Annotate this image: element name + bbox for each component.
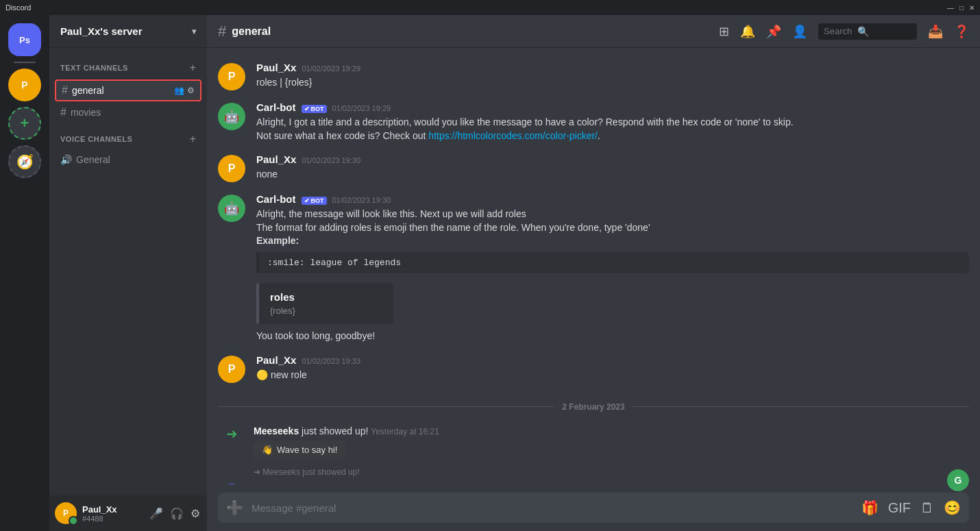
microphone-icon[interactable]: 🎤 xyxy=(148,506,164,521)
embed-desc: {roles} xyxy=(270,306,382,316)
server-header[interactable]: Paul_Xx's server ▾ xyxy=(49,15,207,48)
chat-header-right: ⊞ 🔔 📌 👤 Search 🔍 📥 ❓ xyxy=(719,23,969,40)
gift-icon[interactable]: 🎁 xyxy=(861,499,879,516)
settings-icon[interactable]: ⚙ xyxy=(187,86,195,95)
server-list: Ps P + 🧭 xyxy=(0,15,49,531)
avatar: P xyxy=(218,155,245,182)
message-timestamp: 01/02/2023 19:29 xyxy=(332,104,391,112)
message-author: Paul_Xx xyxy=(256,354,296,366)
join-arrow-icon: ➜ xyxy=(218,425,245,442)
verified-check-icon: ✔ xyxy=(304,106,310,112)
notification-icon[interactable]: 🔔 xyxy=(740,24,755,39)
server-icon-explore[interactable]: 🧭 xyxy=(8,145,41,178)
embed-title: roles xyxy=(270,291,382,303)
channel-sidebar: Paul_Xx's server ▾ TEXT CHANNELS + # gen… xyxy=(49,15,207,531)
message-author: Carl-bot xyxy=(256,101,296,113)
chat-header-left: # general xyxy=(218,23,271,40)
pin-icon[interactable]: 📌 xyxy=(766,24,781,39)
message-timestamp: 01/02/2023 19:33 xyxy=(302,357,360,365)
channel-name-movies: movies xyxy=(71,107,196,118)
channel-item-movies[interactable]: # movies xyxy=(55,103,201,122)
message-content: Paul_Xx 01/02/2023 19:33 🟡 new role xyxy=(256,354,969,383)
settings-icon[interactable]: ⚙ xyxy=(189,506,201,521)
message-group: M Meeseeks Yesterday at 16:21 xyxy=(218,480,969,484)
close-button[interactable]: ✕ xyxy=(969,4,975,12)
wave-button-label: Wave to say hi! xyxy=(277,445,337,455)
message-footer-text: You took too long, goodbye! xyxy=(256,330,969,343)
inbox-icon[interactable]: 📥 xyxy=(928,24,943,39)
server-icon-add[interactable]: + xyxy=(8,107,41,140)
message-content: Carl-bot ✔ BOT 01/02/2023 19:30 Alright,… xyxy=(256,193,969,343)
add-channel-icon[interactable]: + xyxy=(190,62,196,74)
voice-channels-category[interactable]: VOICE CHANNELS + xyxy=(55,130,201,148)
message-input[interactable] xyxy=(252,494,853,522)
wave-icon: 👋 xyxy=(262,445,273,455)
hash-icon-general: # xyxy=(62,84,68,97)
date-divider: 2 February 2023 xyxy=(218,402,969,412)
add-voice-channel-icon[interactable]: + xyxy=(190,133,196,145)
avatar: P xyxy=(218,63,245,90)
chevron-down-icon: ▾ xyxy=(192,27,196,36)
server-icon-ps[interactable]: Ps xyxy=(8,23,41,56)
voice-speaker-icon: 🔊 xyxy=(60,154,72,165)
titlebar-controls: — □ ✕ xyxy=(947,4,975,12)
message-text: none xyxy=(256,168,969,182)
message-author: Carl-bot xyxy=(256,193,296,205)
user-panel: P Paul_Xx #4488 🎤 🎧 ⚙ xyxy=(49,495,207,531)
message-header: Carl-bot ✔ BOT 01/02/2023 19:30 xyxy=(256,193,969,205)
search-icon: 🔍 xyxy=(857,26,869,37)
channel-item-general[interactable]: # general 👥 ⚙ xyxy=(55,79,201,101)
members-list-icon[interactable]: 👤 xyxy=(792,24,807,39)
message-text: Alright, I got a title and a description… xyxy=(256,116,969,143)
message-input-wrapper: ➕ 🎁 GIF 🗒 😊 xyxy=(218,493,969,523)
message-author: Paul_Xx xyxy=(256,153,296,165)
minimize-button[interactable]: — xyxy=(947,4,954,12)
attach-icon[interactable]: ➕ xyxy=(226,493,243,523)
system-message: ➜ Meeseeks just showed up! Yesterday at … xyxy=(218,423,969,462)
wave-button[interactable]: 👋 Wave to say hi! xyxy=(254,441,345,459)
message-header: Paul_Xx 01/02/2023 19:29 xyxy=(256,62,969,73)
maximize-button[interactable]: □ xyxy=(959,4,964,12)
messages-container: P Paul_Xx 01/02/2023 19:29 roles | {role… xyxy=(207,48,980,484)
message-author: Paul_Xx xyxy=(256,62,296,73)
search-placeholder: Search xyxy=(824,26,852,36)
bot-badge: ✔ BOT xyxy=(302,105,327,113)
search-box[interactable]: Search 🔍 xyxy=(818,23,917,40)
bot-badge: ✔ BOT xyxy=(302,197,327,205)
sticker-icon[interactable]: 🗒 xyxy=(920,500,934,516)
server-name: Paul_Xx's server xyxy=(60,25,143,37)
message-content: Paul_Xx 01/02/2023 19:29 roles | {roles} xyxy=(256,62,969,90)
user-name: Paul_Xx xyxy=(82,504,143,515)
message-header: Carl-bot ✔ BOT 01/02/2023 19:29 xyxy=(256,101,969,113)
message-timestamp: 01/02/2023 19:30 xyxy=(332,196,391,204)
members-icon[interactable]: 👥 xyxy=(174,86,184,95)
server-icon-paulxx[interactable]: P xyxy=(8,69,41,101)
emoji-icon[interactable]: 😊 xyxy=(944,499,961,516)
gif-icon[interactable]: GIF xyxy=(888,500,911,516)
voice-channels-label: VOICE CHANNELS xyxy=(60,135,132,143)
message-content: Carl-bot ✔ BOT 01/02/2023 19:29 Alright,… xyxy=(256,101,969,143)
titlebar-title: Discord xyxy=(5,3,31,12)
join-notice-small: ➜ Meeseeks just showed up! xyxy=(218,467,969,477)
help-icon[interactable]: ❓ xyxy=(954,24,969,39)
avatar: 🤖 xyxy=(218,103,245,130)
user-info: Paul_Xx #4488 xyxy=(82,504,143,523)
text-channels-category[interactable]: TEXT CHANNELS + xyxy=(55,59,201,77)
message-timestamp: 01/02/2023 19:29 xyxy=(302,64,360,73)
message-header: Paul_Xx 01/02/2023 19:30 xyxy=(256,153,969,165)
channel-item-general-voice[interactable]: 🔊 General xyxy=(55,151,201,169)
avatar: P xyxy=(55,502,77,524)
message-header: Paul_Xx 01/02/2023 19:33 xyxy=(256,354,969,366)
app-body: Ps P + 🧭 Paul_Xx's server ▾ TEXT CHANNEL… xyxy=(0,15,980,531)
channel-name-general: general xyxy=(72,85,174,96)
color-picker-link[interactable]: https://htmlcolorcodes.com/color-picker/ xyxy=(428,130,598,141)
headset-icon[interactable]: 🎧 xyxy=(169,506,185,521)
system-timestamp: Yesterday at 16:21 xyxy=(371,427,439,436)
message-timestamp: 01/02/2023 19:30 xyxy=(302,156,360,164)
chat-hash-icon: # xyxy=(218,23,226,40)
user-controls: 🎤 🎧 ⚙ xyxy=(148,506,201,521)
text-channels-label: TEXT CHANNELS xyxy=(60,64,128,72)
message-group: 🤖 Carl-bot ✔ BOT 01/02/2023 19:30 Alrigh… xyxy=(218,190,969,345)
threads-icon[interactable]: ⊞ xyxy=(719,24,729,39)
message-group: P Paul_Xx 01/02/2023 19:30 none xyxy=(218,151,969,185)
